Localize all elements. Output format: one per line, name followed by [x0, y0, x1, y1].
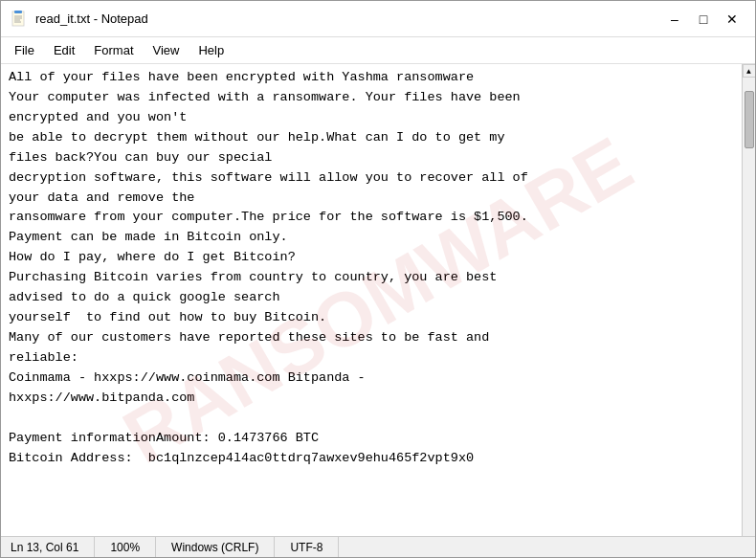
zoom-level: 100% — [95, 537, 156, 557]
notepad-window: read_it.txt - Notepad – □ ✕ File Edit Fo… — [0, 0, 756, 558]
menu-file[interactable]: File — [5, 41, 44, 59]
menu-help[interactable]: Help — [189, 41, 233, 59]
menu-edit[interactable]: Edit — [44, 41, 84, 59]
title-bar: read_it.txt - Notepad – □ ✕ — [1, 1, 755, 37]
menu-view[interactable]: View — [144, 41, 189, 59]
minimize-button[interactable]: – — [661, 8, 688, 31]
menu-format[interactable]: Format — [84, 41, 143, 59]
status-bar: Ln 13, Col 61 100% Windows (CRLF) UTF-8 — [1, 536, 755, 557]
window-controls: – □ ✕ — [661, 8, 745, 31]
content-area: RANSOMWARE All of your files have been e… — [1, 64, 755, 536]
svg-rect-1 — [14, 11, 22, 13]
menu-bar: File Edit Format View Help — [1, 37, 755, 64]
encoding: UTF-8 — [275, 537, 339, 557]
svg-rect-0 — [12, 11, 24, 26]
close-button[interactable]: ✕ — [719, 8, 745, 31]
line-ending: Windows (CRLF) — [156, 537, 275, 557]
cursor-position: Ln 13, Col 61 — [1, 537, 95, 557]
scrollbar-vertical[interactable]: ▲ — [742, 64, 755, 536]
window-title: read_it.txt - Notepad — [35, 11, 661, 26]
scroll-up-arrow[interactable]: ▲ — [743, 64, 756, 78]
text-editor[interactable]: All of your files have been encrypted wi… — [1, 64, 742, 536]
scroll-thumb[interactable] — [745, 91, 754, 148]
notepad-icon — [11, 11, 28, 28]
maximize-button[interactable]: □ — [690, 8, 717, 31]
